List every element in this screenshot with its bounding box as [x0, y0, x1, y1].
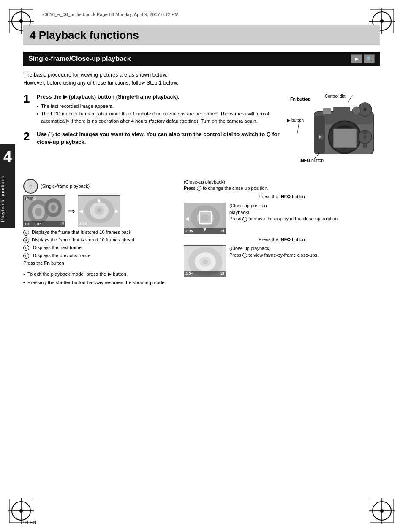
- frame-num-2: 15: [220, 229, 224, 233]
- steps-section: 1 Press the ▶ (playback) button (Single-…: [23, 93, 380, 176]
- svg-point-46: [35, 208, 42, 216]
- svg-point-55: [97, 208, 102, 213]
- closeup-label-1: (Close-up playback): [184, 179, 269, 185]
- quality-indicator: sQ: [32, 197, 36, 200]
- steps-left: 1 Press the ▶ (playback) button (Single-…: [23, 93, 283, 176]
- dial-row: ⊙ (Single-frame playback): [23, 179, 180, 194]
- diagrams-section: ⊙ (Single-frame playback): [23, 179, 380, 288]
- control-dial-label: Control dial: [325, 94, 346, 99]
- chapter-tab: 4 Playback functions: [0, 144, 15, 228]
- closeup-image-1: ▲ ▲ ◀ ▶ 2.0×: [78, 195, 120, 227]
- single-frame-image: 1oN sQ 100 0015 15: [23, 195, 65, 227]
- info-ref-1: INFO: [280, 194, 291, 199]
- diagram-right: (Close-up playback) Press to change the …: [184, 179, 380, 288]
- zoom-level-1: 2.0×: [79, 222, 87, 226]
- zoom-level-3: 2.0×: [185, 271, 193, 276]
- fn-label-text: Fn button: [290, 96, 310, 101]
- step-1-number: 1: [23, 93, 33, 126]
- closeup-sequence: (Close-up playback) Press to change the …: [184, 179, 380, 277]
- svg-rect-34: [363, 144, 367, 148]
- play-button-label: ▶ button: [287, 118, 304, 123]
- info-label-text: INFO: [300, 158, 310, 163]
- caption-3: ⊙ : Displays the next frame: [23, 244, 180, 251]
- frame-num-3: 15: [220, 271, 224, 276]
- single-frame-label: (Single-frame playback): [41, 184, 90, 189]
- closeup-row-3: 2.0× 15 (Close-up playback) Press to vie…: [184, 245, 380, 277]
- svg-rect-27: [333, 107, 350, 114]
- closeup-position-text: (Close-up position playback) Press to mo…: [229, 203, 339, 222]
- playback-icon: ▶: [351, 54, 362, 63]
- press-fn-label: Press the Fn button: [23, 261, 180, 266]
- closeup-final-image: 2.0× 15: [184, 245, 226, 277]
- step-2-number: 2: [23, 131, 33, 148]
- info-ref-2: INFO: [280, 237, 291, 242]
- bottom-notes: • To exit the playback mode, press the ▶…: [23, 271, 180, 287]
- closeup-text-1: (Close-up playback) Press to change the …: [184, 179, 269, 192]
- closeup-position-image: ◀ ▼ 2.0× 15: [184, 203, 226, 234]
- left-arrow-icon: ◀: [79, 208, 83, 214]
- filename-bar: s0010_e_00_unified.book Page 64 Monday, …: [38, 12, 365, 17]
- svg-point-49: [51, 205, 56, 211]
- press-info-label-2: Press the INFO button: [184, 237, 380, 242]
- closeup-desc-1: Press to change the close-up position.: [184, 185, 269, 192]
- left-arrow-2: ◀: [185, 216, 189, 222]
- section-title: Single-frame/Close-up playback: [28, 55, 131, 63]
- page-suffix: EN: [28, 520, 36, 525]
- svg-point-65: [202, 259, 208, 264]
- closeup-desc-3: Press to view frame-by-frame close-ups.: [229, 252, 319, 258]
- svg-rect-33: [363, 131, 367, 134]
- scroll-wheel-icon: ⊙: [23, 179, 38, 194]
- caption-4: ⊙ : Displays the previous frame: [23, 252, 180, 259]
- section-header: Single-frame/Close-up playback ▶ 🔍: [23, 52, 380, 66]
- step-1-bullets: The last recorded image appears. The LCD…: [37, 103, 283, 125]
- chapter-title: 4 Playback functions: [30, 29, 373, 42]
- bottom-note-1: • To exit the playback mode, press the ▶…: [23, 271, 180, 278]
- svg-rect-35: [333, 129, 357, 148]
- closeup-row-2: ◀ ▼ 2.0× 15 (Close-up position playback)…: [184, 203, 380, 234]
- svg-rect-36: [323, 108, 331, 114]
- closeup-label-3: (Close-up playback): [229, 245, 319, 252]
- right-arrow-icon: ▶: [115, 208, 119, 214]
- step-1-bullet-2: The LCD monitor turns off after more tha…: [37, 110, 283, 124]
- diagram-left: ⊙ (Single-frame playback): [23, 179, 180, 288]
- folder-counter: 100: [25, 222, 30, 226]
- mode-indicator: 1oN: [25, 197, 33, 200]
- chapter-header: 4 Playback functions: [23, 25, 380, 45]
- closeup-position-label: (Close-up position: [229, 203, 339, 209]
- step-1-heading: Press the ▶ (playback) button (Single-fr…: [37, 93, 283, 101]
- intro-line2: However, before using any of these funct…: [23, 79, 380, 87]
- svg-point-32: [363, 135, 367, 139]
- bottom-arrow-2: ▼: [202, 227, 207, 233]
- svg-point-29: [363, 108, 367, 111]
- chapter-tab-number: 4: [0, 148, 15, 166]
- section-icons: ▶ 🔍: [351, 54, 375, 63]
- caption-2: ⊙: Displays the frame that is stored 10 …: [23, 237, 180, 243]
- camera-image: [310, 99, 380, 171]
- fn-button-ref: Fn: [44, 261, 50, 266]
- top-arrow-icon: ▲: [96, 197, 101, 203]
- chapter-tab-text: Playback functions: [0, 176, 15, 222]
- note1-text: To exit the playback mode, press the ▶ b…: [27, 271, 128, 277]
- zoom-level-2: 2.0×: [185, 229, 193, 233]
- caption-1: ⊙: Displays the frame that is stored 10 …: [23, 229, 180, 236]
- step-1-content: Press the ▶ (playback) button (Single-fr…: [37, 93, 283, 126]
- magnify-icon: 🔍: [364, 54, 375, 63]
- intro-line1: The basic procedure for viewing pictures…: [23, 71, 380, 79]
- fn-button-label: Fn button: [290, 96, 310, 101]
- arrow-to-closeup: ⇒: [68, 206, 75, 216]
- step-2: 2 Use to select images you want to view.…: [23, 131, 283, 148]
- step-1-bullet-1: The last recorded image appears.: [37, 103, 283, 110]
- frame-counter: 0015: [34, 222, 41, 226]
- step-2-heading: Use to select images you want to view. Y…: [37, 131, 283, 146]
- closeup-row-1: (Close-up playback) Press to change the …: [184, 179, 380, 192]
- step-2-content: Use to select images you want to view. Y…: [37, 131, 283, 148]
- bottom-note-2: • Pressing the shutter button halfway re…: [23, 279, 180, 286]
- diagram-captions: ⊙: Displays the frame that is stored 10 …: [23, 229, 180, 259]
- step-1: 1 Press the ▶ (playback) button (Single-…: [23, 93, 283, 126]
- battery-indicator: 15: [60, 222, 64, 226]
- camera-diagram-area: Fn button Control dial ▶ button INFO but…: [287, 93, 380, 176]
- note2-text: Pressing the shutter button halfway resu…: [27, 280, 166, 285]
- closeup-position-label2: playback): [229, 209, 339, 216]
- page-num-text: 64: [23, 520, 28, 525]
- page-number: 64 EN: [23, 518, 36, 526]
